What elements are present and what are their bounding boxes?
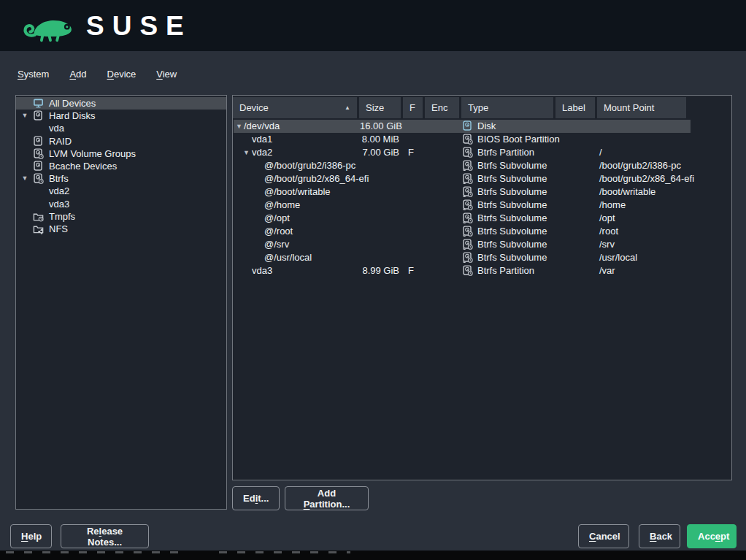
sidebar-item-label: All Devices (49, 97, 96, 110)
format-flag-cell: F (408, 264, 414, 277)
device-tree: All Devices▼ Hard Disksvda RAID LVM Volu… (16, 96, 226, 235)
mount-point-cell: /var (599, 264, 615, 277)
expander-icon[interactable]: ▼ (243, 146, 252, 159)
sidebar-item-label: vda3 (49, 198, 69, 210)
device-cell: @/boot/grub2/i386-pc (264, 159, 355, 172)
disk-icon (462, 120, 473, 131)
table-row[interactable]: @/boot/grub2/i386-pc Btrfs Subvolume/boo… (234, 159, 732, 172)
column-header-mount-point[interactable]: Mount Point (597, 97, 686, 118)
table-row[interactable]: @/root Btrfs Subvolume/root (234, 225, 732, 238)
sort-arrow-icon: ▲ (345, 97, 350, 118)
subvolume-icon (462, 226, 473, 237)
add-partition-button[interactable]: Add Partition... (285, 486, 369, 510)
sidebar-item-bcache-devices[interactable]: Bcache Devices (16, 160, 226, 172)
table-row[interactable]: @/boot/grub2/x86_64-efi Btrfs Subvolume/… (234, 172, 732, 185)
table-row[interactable]: @/srv Btrfs Subvolume/srv (234, 238, 732, 251)
menu-item-add[interactable]: Add (69, 69, 86, 80)
device-cell: vda1 (252, 133, 272, 146)
mount-point-cell: /boot/grub2/x86_64-efi (599, 172, 694, 185)
accept-button[interactable]: Accept (687, 524, 737, 548)
sidebar-item-lvm-volume-groups[interactable]: LVM Volume Groups (16, 147, 226, 160)
table-row[interactable]: @/usr/local Btrfs Subvolume/usr/local (234, 251, 732, 264)
sidebar-item-label: NFS (49, 223, 68, 235)
release-notes-button[interactable]: Release Notes... (61, 524, 149, 548)
column-header-device[interactable]: Device▲ (233, 97, 357, 118)
suse-chameleon-icon (20, 6, 76, 46)
sidebar-item-tmpfs[interactable]: Tmpfs (16, 210, 226, 223)
devices-table-panel: Device▲SizeFEncTypeLabelMount Point ▼/de… (232, 95, 732, 480)
column-header-enc[interactable]: Enc (425, 97, 459, 118)
device-cell: @/opt (264, 212, 290, 225)
table-row[interactable]: vda18.00 MiB BIOS Boot Partition (234, 133, 732, 146)
mount-point-cell: /usr/local (599, 251, 637, 264)
partition-icon (462, 134, 473, 145)
sidebar-item-label: Tmpfs (49, 210, 75, 223)
device-cell: @/boot/writable (264, 185, 331, 199)
column-header-label: Type (468, 102, 488, 113)
column-header-size[interactable]: Size (359, 97, 401, 118)
table-row[interactable]: ▼/dev/vda16.00 GiB Disk (234, 120, 732, 133)
edit-button[interactable]: Edit... (232, 486, 280, 510)
suse-logo: SUSE (20, 6, 192, 46)
mount-point-cell: /boot/writable (599, 185, 655, 199)
raid-icon (33, 136, 44, 147)
column-header-type[interactable]: Type (461, 97, 553, 118)
size-cell: 16.00 GiB (360, 120, 399, 133)
table-row[interactable]: vda38.99 GiBF Btrfs Partition/var (234, 264, 732, 277)
mount-point-cell: /root (599, 225, 618, 238)
cancel-button[interactable]: Cancel (578, 524, 629, 548)
device-cell: @/srv (264, 238, 289, 251)
subvolume-icon (462, 212, 473, 223)
expander-icon[interactable]: ▼ (20, 110, 30, 122)
table-row[interactable]: @/home Btrfs Subvolume/home (234, 199, 732, 212)
bcache-icon (33, 161, 44, 172)
size-cell: 7.00 GiB (360, 146, 399, 159)
nfs-icon (33, 223, 44, 234)
column-header-label: Device (239, 102, 269, 113)
type-cell: Btrfs Subvolume (477, 185, 547, 199)
device-cell: /dev/vda (244, 120, 280, 133)
help-button[interactable]: Help (10, 524, 52, 548)
mount-point-cell: /opt (599, 212, 615, 225)
subvolume-icon (462, 199, 473, 210)
table-row[interactable]: @/boot/writable Btrfs Subvolume/boot/wri… (234, 185, 732, 199)
sidebar-item-all-devices[interactable]: All Devices (16, 97, 226, 110)
back-button[interactable]: Back (639, 524, 680, 548)
column-header-label[interactable]: Label (555, 97, 595, 118)
type-cell: Btrfs Partition (477, 264, 534, 277)
column-header-f[interactable]: F (403, 97, 423, 118)
clipped-terminal-strip (0, 551, 746, 560)
partition-icon (462, 147, 473, 158)
column-header-label: F (409, 102, 415, 113)
device-cell: vda3 (252, 264, 272, 277)
sidebar-item-vda[interactable]: vda (16, 122, 226, 134)
subvolume-icon (462, 239, 473, 250)
sidebar-item-vda2[interactable]: vda2 (16, 185, 226, 197)
subvolume-icon (462, 160, 473, 171)
menu-item-device[interactable]: Device (107, 69, 136, 80)
menu-item-view[interactable]: View (156, 69, 177, 80)
sidebar-item-hard-disks[interactable]: ▼ Hard Disks (16, 110, 226, 122)
partition-icon (462, 265, 473, 276)
sidebar-item-raid[interactable]: RAID (16, 135, 226, 147)
type-cell: Btrfs Subvolume (477, 172, 547, 185)
device-cell: @/root (264, 225, 293, 238)
type-cell: Btrfs Partition (477, 146, 534, 159)
device-tree-panel: All Devices▼ Hard Disksvda RAID LVM Volu… (15, 95, 227, 510)
device-cell: @/home (264, 199, 300, 212)
column-header-label: Enc (431, 102, 447, 113)
type-cell: Btrfs Subvolume (477, 212, 547, 225)
expander-icon[interactable]: ▼ (20, 172, 30, 185)
menu-item-system[interactable]: System (18, 69, 49, 80)
sidebar-item-vda3[interactable]: vda3 (16, 198, 226, 210)
table-row[interactable]: ▼vda27.00 GiBF Btrfs Partition/ (234, 146, 732, 159)
sidebar-item-btrfs[interactable]: ▼ Btrfs (16, 172, 226, 185)
sidebar-item-label: Bcache Devices (49, 160, 117, 172)
subvolume-icon (462, 186, 473, 197)
btrfs-icon (33, 173, 44, 184)
type-cell: BIOS Boot Partition (477, 133, 560, 146)
size-cell: 8.99 GiB (360, 264, 399, 277)
table-row[interactable]: @/opt Btrfs Subvolume/opt (234, 212, 732, 225)
sidebar-item-nfs[interactable]: NFS (16, 223, 226, 235)
column-header-label: Label (562, 102, 585, 113)
